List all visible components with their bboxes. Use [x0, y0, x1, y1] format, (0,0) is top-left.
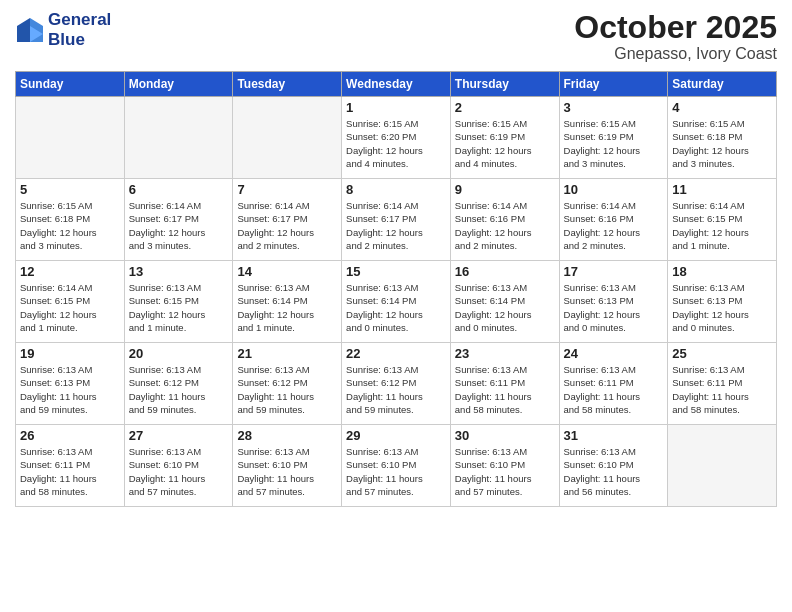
weekday-header: Tuesday [233, 72, 342, 97]
day-number: 28 [237, 428, 337, 443]
calendar-cell: 30Sunrise: 6:13 AM Sunset: 6:10 PM Dayli… [450, 425, 559, 507]
day-info: Sunrise: 6:13 AM Sunset: 6:10 PM Dayligh… [129, 445, 229, 498]
day-info: Sunrise: 6:15 AM Sunset: 6:18 PM Dayligh… [672, 117, 772, 170]
day-number: 30 [455, 428, 555, 443]
day-info: Sunrise: 6:13 AM Sunset: 6:14 PM Dayligh… [346, 281, 446, 334]
calendar-cell: 8Sunrise: 6:14 AM Sunset: 6:17 PM Daylig… [342, 179, 451, 261]
day-info: Sunrise: 6:15 AM Sunset: 6:20 PM Dayligh… [346, 117, 446, 170]
calendar-table: SundayMondayTuesdayWednesdayThursdayFrid… [15, 71, 777, 507]
day-number: 8 [346, 182, 446, 197]
calendar-header-row: SundayMondayTuesdayWednesdayThursdayFrid… [16, 72, 777, 97]
day-number: 3 [564, 100, 664, 115]
day-number: 15 [346, 264, 446, 279]
day-info: Sunrise: 6:14 AM Sunset: 6:16 PM Dayligh… [564, 199, 664, 252]
calendar-cell: 26Sunrise: 6:13 AM Sunset: 6:11 PM Dayli… [16, 425, 125, 507]
day-info: Sunrise: 6:13 AM Sunset: 6:13 PM Dayligh… [672, 281, 772, 334]
day-info: Sunrise: 6:13 AM Sunset: 6:11 PM Dayligh… [564, 363, 664, 416]
calendar-cell: 28Sunrise: 6:13 AM Sunset: 6:10 PM Dayli… [233, 425, 342, 507]
day-info: Sunrise: 6:13 AM Sunset: 6:10 PM Dayligh… [455, 445, 555, 498]
weekday-header: Thursday [450, 72, 559, 97]
calendar-cell: 16Sunrise: 6:13 AM Sunset: 6:14 PM Dayli… [450, 261, 559, 343]
calendar-cell: 17Sunrise: 6:13 AM Sunset: 6:13 PM Dayli… [559, 261, 668, 343]
calendar-cell: 9Sunrise: 6:14 AM Sunset: 6:16 PM Daylig… [450, 179, 559, 261]
day-number: 7 [237, 182, 337, 197]
day-number: 27 [129, 428, 229, 443]
day-number: 18 [672, 264, 772, 279]
day-info: Sunrise: 6:14 AM Sunset: 6:17 PM Dayligh… [237, 199, 337, 252]
calendar-week-row: 19Sunrise: 6:13 AM Sunset: 6:13 PM Dayli… [16, 343, 777, 425]
logo-icon [15, 16, 45, 44]
day-number: 14 [237, 264, 337, 279]
calendar-cell: 12Sunrise: 6:14 AM Sunset: 6:15 PM Dayli… [16, 261, 125, 343]
day-info: Sunrise: 6:15 AM Sunset: 6:19 PM Dayligh… [564, 117, 664, 170]
day-number: 13 [129, 264, 229, 279]
calendar-cell [233, 97, 342, 179]
title-block: October 2025 Gnepasso, Ivory Coast [574, 10, 777, 63]
calendar-cell: 3Sunrise: 6:15 AM Sunset: 6:19 PM Daylig… [559, 97, 668, 179]
logo: General Blue [15, 10, 111, 49]
day-number: 31 [564, 428, 664, 443]
calendar-week-row: 26Sunrise: 6:13 AM Sunset: 6:11 PM Dayli… [16, 425, 777, 507]
day-info: Sunrise: 6:13 AM Sunset: 6:12 PM Dayligh… [129, 363, 229, 416]
day-number: 29 [346, 428, 446, 443]
calendar-cell: 31Sunrise: 6:13 AM Sunset: 6:10 PM Dayli… [559, 425, 668, 507]
logo-line1: General [48, 10, 111, 30]
day-info: Sunrise: 6:13 AM Sunset: 6:12 PM Dayligh… [346, 363, 446, 416]
day-info: Sunrise: 6:13 AM Sunset: 6:13 PM Dayligh… [564, 281, 664, 334]
calendar-cell: 5Sunrise: 6:15 AM Sunset: 6:18 PM Daylig… [16, 179, 125, 261]
calendar-cell [668, 425, 777, 507]
day-number: 20 [129, 346, 229, 361]
weekday-header: Friday [559, 72, 668, 97]
day-number: 21 [237, 346, 337, 361]
day-number: 23 [455, 346, 555, 361]
svg-marker-1 [17, 18, 30, 42]
day-info: Sunrise: 6:13 AM Sunset: 6:13 PM Dayligh… [20, 363, 120, 416]
day-info: Sunrise: 6:14 AM Sunset: 6:16 PM Dayligh… [455, 199, 555, 252]
day-number: 26 [20, 428, 120, 443]
day-number: 1 [346, 100, 446, 115]
day-info: Sunrise: 6:14 AM Sunset: 6:17 PM Dayligh… [346, 199, 446, 252]
day-number: 2 [455, 100, 555, 115]
calendar-cell: 13Sunrise: 6:13 AM Sunset: 6:15 PM Dayli… [124, 261, 233, 343]
weekday-header: Wednesday [342, 72, 451, 97]
day-info: Sunrise: 6:13 AM Sunset: 6:15 PM Dayligh… [129, 281, 229, 334]
calendar-cell: 7Sunrise: 6:14 AM Sunset: 6:17 PM Daylig… [233, 179, 342, 261]
day-info: Sunrise: 6:13 AM Sunset: 6:10 PM Dayligh… [564, 445, 664, 498]
calendar-cell: 23Sunrise: 6:13 AM Sunset: 6:11 PM Dayli… [450, 343, 559, 425]
calendar-cell: 19Sunrise: 6:13 AM Sunset: 6:13 PM Dayli… [16, 343, 125, 425]
logo-line2: Blue [48, 30, 111, 50]
day-info: Sunrise: 6:13 AM Sunset: 6:14 PM Dayligh… [455, 281, 555, 334]
day-info: Sunrise: 6:13 AM Sunset: 6:10 PM Dayligh… [346, 445, 446, 498]
day-number: 6 [129, 182, 229, 197]
day-number: 17 [564, 264, 664, 279]
day-number: 10 [564, 182, 664, 197]
day-info: Sunrise: 6:13 AM Sunset: 6:11 PM Dayligh… [20, 445, 120, 498]
calendar-cell: 22Sunrise: 6:13 AM Sunset: 6:12 PM Dayli… [342, 343, 451, 425]
day-number: 24 [564, 346, 664, 361]
day-number: 9 [455, 182, 555, 197]
calendar-cell: 21Sunrise: 6:13 AM Sunset: 6:12 PM Dayli… [233, 343, 342, 425]
day-number: 11 [672, 182, 772, 197]
calendar-cell: 20Sunrise: 6:13 AM Sunset: 6:12 PM Dayli… [124, 343, 233, 425]
calendar-week-row: 5Sunrise: 6:15 AM Sunset: 6:18 PM Daylig… [16, 179, 777, 261]
calendar-cell: 6Sunrise: 6:14 AM Sunset: 6:17 PM Daylig… [124, 179, 233, 261]
day-number: 25 [672, 346, 772, 361]
day-info: Sunrise: 6:15 AM Sunset: 6:18 PM Dayligh… [20, 199, 120, 252]
day-number: 4 [672, 100, 772, 115]
calendar-cell: 27Sunrise: 6:13 AM Sunset: 6:10 PM Dayli… [124, 425, 233, 507]
calendar-week-row: 1Sunrise: 6:15 AM Sunset: 6:20 PM Daylig… [16, 97, 777, 179]
calendar-cell: 29Sunrise: 6:13 AM Sunset: 6:10 PM Dayli… [342, 425, 451, 507]
calendar-cell: 10Sunrise: 6:14 AM Sunset: 6:16 PM Dayli… [559, 179, 668, 261]
calendar-cell: 11Sunrise: 6:14 AM Sunset: 6:15 PM Dayli… [668, 179, 777, 261]
day-number: 19 [20, 346, 120, 361]
day-number: 16 [455, 264, 555, 279]
weekday-header: Monday [124, 72, 233, 97]
day-number: 5 [20, 182, 120, 197]
calendar-cell: 2Sunrise: 6:15 AM Sunset: 6:19 PM Daylig… [450, 97, 559, 179]
calendar-cell [124, 97, 233, 179]
calendar-subtitle: Gnepasso, Ivory Coast [574, 45, 777, 63]
calendar-cell: 18Sunrise: 6:13 AM Sunset: 6:13 PM Dayli… [668, 261, 777, 343]
header: General Blue October 2025 Gnepasso, Ivor… [15, 10, 777, 63]
day-info: Sunrise: 6:13 AM Sunset: 6:14 PM Dayligh… [237, 281, 337, 334]
calendar-cell: 14Sunrise: 6:13 AM Sunset: 6:14 PM Dayli… [233, 261, 342, 343]
